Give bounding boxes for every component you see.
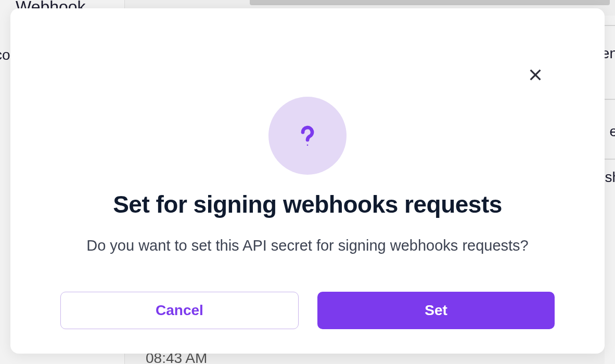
question-mark-icon	[293, 122, 322, 150]
set-button[interactable]: Set	[317, 292, 555, 329]
svg-point-2	[307, 145, 309, 146]
confirmation-modal: Set for signing webhooks requests Do you…	[10, 8, 605, 354]
modal-button-row: Cancel Set	[31, 292, 584, 329]
cancel-button[interactable]: Cancel	[60, 292, 299, 329]
modal-description: Do you want to set this API secret for s…	[31, 237, 584, 254]
modal-title: Set for signing webhooks requests	[31, 190, 584, 218]
modal-icon-circle	[268, 97, 347, 175]
close-button[interactable]	[526, 66, 545, 84]
close-icon	[527, 67, 544, 83]
